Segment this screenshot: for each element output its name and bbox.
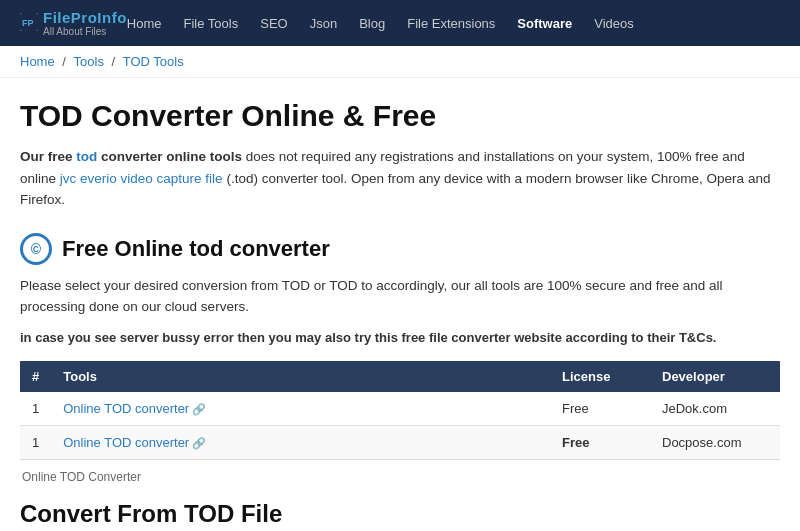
nav-videos[interactable]: Videos <box>594 16 634 31</box>
section-title: Free Online tod converter <box>62 236 330 262</box>
row2-developer: Docpose.com <box>650 426 780 460</box>
page-title: TOD Converter Online & Free <box>20 98 780 134</box>
nav-seo[interactable]: SEO <box>260 16 287 31</box>
col-header-num: # <box>20 361 51 392</box>
breadcrumb-home[interactable]: Home <box>20 54 55 69</box>
convert-title: Convert From TOD File <box>20 500 780 531</box>
col-header-license: License <box>550 361 650 392</box>
table-note: Online TOD Converter <box>20 470 780 484</box>
main-content: TOD Converter Online & Free Our free tod… <box>0 78 800 531</box>
tod-link[interactable]: tod <box>76 149 97 164</box>
section-desc: Please select your desired conversion fr… <box>20 275 780 318</box>
section-icon: © <box>20 233 52 265</box>
logo-title: FileProInfo <box>43 9 127 26</box>
section-heading: © Free Online tod converter <box>20 233 780 265</box>
link-icon-2: 🔗 <box>192 437 206 450</box>
row2-tool-link[interactable]: Online TOD converter🔗 <box>63 435 206 450</box>
breadcrumb: Home / Tools / TOD Tools <box>0 46 800 78</box>
logo-icon: FP <box>20 13 38 31</box>
logo: FP FileProInfo All About Files <box>20 9 127 37</box>
nav-home[interactable]: Home <box>127 16 162 31</box>
nav-software[interactable]: Software <box>517 16 572 31</box>
link-icon: 🔗 <box>192 403 206 416</box>
jvc-link[interactable]: jvc everio video capture file <box>60 171 223 186</box>
row1-num: 1 <box>20 392 51 426</box>
table-row: 1 Online TOD converter🔗 Free JeDok.com <box>20 392 780 426</box>
row1-license: Free <box>550 392 650 426</box>
row1-tool: Online TOD converter🔗 <box>51 392 550 426</box>
row2-tool: Online TOD converter🔗 <box>51 426 550 460</box>
table-row: 1 Online TOD converter🔗 Free Docpose.com <box>20 426 780 460</box>
row1-tool-link[interactable]: Online TOD converter🔗 <box>63 401 206 416</box>
site-header: FP FileProInfo All About Files Home File… <box>0 0 800 46</box>
logo-subtitle: All About Files <box>43 26 127 37</box>
nav-json[interactable]: Json <box>310 16 337 31</box>
breadcrumb-sep2: / <box>112 54 119 69</box>
tools-table: # Tools License Developer 1 Online TOD c… <box>20 361 780 460</box>
nav-blog[interactable]: Blog <box>359 16 385 31</box>
col-header-tools: Tools <box>51 361 550 392</box>
nav-file-tools[interactable]: File Tools <box>184 16 239 31</box>
row1-developer: JeDok.com <box>650 392 780 426</box>
intro-prefix: Our free tod converter online tools <box>20 149 242 164</box>
row2-num: 1 <box>20 426 51 460</box>
breadcrumb-sep1: / <box>62 54 69 69</box>
svg-text:FP: FP <box>22 18 34 28</box>
table-body: 1 Online TOD converter🔗 Free JeDok.com 1… <box>20 392 780 460</box>
table-header: # Tools License Developer <box>20 361 780 392</box>
warning-text: in case you see server bussy error then … <box>20 328 780 348</box>
col-header-developer: Developer <box>650 361 780 392</box>
breadcrumb-tod-tools[interactable]: TOD Tools <box>123 54 184 69</box>
row2-license: Free <box>550 426 650 460</box>
breadcrumb-tools[interactable]: Tools <box>74 54 104 69</box>
nav-file-extensions[interactable]: File Extensions <box>407 16 495 31</box>
intro-paragraph: Our free tod converter online tools does… <box>20 146 780 211</box>
main-nav: Home File Tools SEO Json Blog File Exten… <box>127 16 634 31</box>
